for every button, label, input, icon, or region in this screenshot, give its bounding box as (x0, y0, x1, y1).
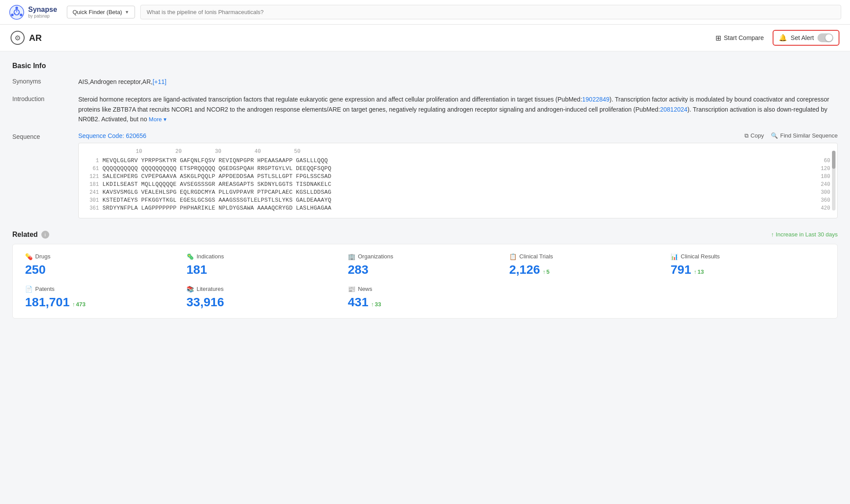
synonyms-text: AIS,Androgen receptor,AR, (78, 78, 153, 85)
increase-label: ↑ Increase in Last 30 days (771, 231, 838, 238)
news-increase: ↑ 33 (371, 301, 381, 308)
search-icon: 🔍 (771, 132, 778, 139)
clinical-results-increase: ↑ 13 (694, 268, 704, 275)
clinical-trials-icon: 📋 (509, 253, 517, 260)
seq-content-181: LKDILSEAST MQLLQQQQQE AVSEGSSSGR AREASGA… (102, 181, 813, 188)
related-title-area: Related i (12, 231, 49, 239)
arrow-up-icon-patents: ↑ (72, 301, 75, 308)
clinical-trials-count: 2,126 ↑ 5 (509, 263, 664, 277)
related-info-icon[interactable]: i (41, 231, 49, 239)
seq-end-301: 360 (813, 197, 830, 203)
page-title: AR (29, 33, 42, 43)
copy-button[interactable]: ⧉ Copy (744, 132, 764, 139)
related-item-clinical-trials[interactable]: 📋 Clinical Trials 2,126 ↑ 5 (509, 253, 664, 277)
related-item-patents[interactable]: 📄 Patents 181,701 ↑ 473 (25, 286, 179, 309)
related-item-clinical-results[interactable]: 📊 Clinical Results 791 ↑ 13 (671, 253, 825, 277)
quick-finder-label: Quick Finder (Beta) (73, 9, 122, 15)
start-compare-button[interactable]: ⊞ Start Compare (715, 34, 764, 42)
sequence-actions: ⧉ Copy 🔍 Find Similar Sequence (744, 132, 838, 139)
seq-end-361: 420 (813, 205, 830, 211)
copy-label: Copy (751, 132, 764, 139)
news-label: News (358, 286, 372, 292)
clinical-trials-increase: ↑ 5 (543, 268, 550, 275)
seq-row-241: 241 KAVSVSMGLG VEALEHLSPG EQLRGDCMYA PLL… (86, 189, 830, 196)
compare-icon: ⊞ (715, 34, 721, 42)
seq-row-1: 1 MEVQLGLGRV YPRPPSKTYR GAFQNLFQSV REVIQ… (86, 157, 830, 164)
sequence-code-link[interactable]: Sequence Code: 620656 (78, 132, 146, 139)
seq-end-121: 180 (813, 174, 830, 180)
synonyms-label: Synonyms (12, 77, 69, 87)
related-item-organizations[interactable]: 🏢 Organizations 283 (348, 253, 502, 277)
seq-end-241: 300 (813, 189, 830, 196)
ruler-30: 30 (198, 149, 238, 155)
find-similar-label: Find Similar Sequence (780, 132, 838, 139)
toggle-knob (825, 34, 832, 41)
introduction-row: Introduction Steroid hormone receptors a… (12, 94, 838, 124)
drugs-label: Drugs (35, 253, 51, 260)
drugs-count: 250 (25, 263, 179, 277)
sequence-ruler: 10 20 30 40 50 (102, 149, 830, 155)
patents-label: Patents (35, 286, 55, 292)
ruler-10: 10 (119, 149, 159, 155)
pubmed1-link[interactable]: 19022849 (582, 96, 609, 103)
seq-start-241: 241 (86, 189, 102, 196)
navbar: Synapse by patsnap Quick Finder (Beta) ▼ (0, 0, 850, 25)
literatures-icon: 📚 (186, 286, 194, 293)
sequence-row: Sequence Sequence Code: 620656 ⧉ Copy 🔍 … (12, 132, 838, 218)
seq-row-121: 121 SALECHPERG CVPEPGAAVA ASKGLPQQLP APP… (86, 173, 830, 180)
seq-row-301: 301 KSTEDTAEYS PFKGGYTKGL EGESLGCSGS AAA… (86, 197, 830, 203)
seq-row-61: 61 QQQQQQQQQQ QQQQQQQQQQ ETSPRQQQQQ QGED… (86, 165, 830, 172)
literatures-label: Literatures (197, 286, 223, 292)
patents-increase: ↑ 473 (72, 301, 85, 308)
arrow-up-icon-trials: ↑ (543, 268, 546, 275)
news-icon: 📰 (348, 286, 355, 293)
synonyms-more-link[interactable]: [+11] (153, 78, 167, 85)
pubmed2-link[interactable]: 20812024 (660, 106, 687, 113)
start-compare-label: Start Compare (724, 34, 764, 41)
copy-icon: ⧉ (744, 132, 748, 139)
synapse-logo-icon (9, 4, 25, 20)
related-item-indications[interactable]: 🦠 Indications 181 (186, 253, 341, 277)
search-input[interactable] (140, 5, 841, 19)
set-alert-toggle[interactable] (817, 33, 833, 42)
seq-start-121: 121 (86, 174, 102, 180)
main-content: Basic Info Synonyms AIS,Androgen recepto… (0, 51, 850, 504)
find-similar-button[interactable]: 🔍 Find Similar Sequence (771, 132, 838, 139)
seq-content-361: SRDYYNFPLA LAGPPPPPPP PHPHARIKLE NPLDYGS… (102, 205, 813, 211)
clinical-results-count: 791 ↑ 13 (671, 263, 825, 277)
chevron-down-icon: ▼ (125, 10, 129, 15)
related-item-drugs[interactable]: 💊 Drugs 250 (25, 253, 179, 277)
page-header-right: ⊞ Start Compare 🔔 Set Alert (715, 30, 839, 46)
sequence-label: Sequence (12, 132, 69, 140)
indications-icon: 🦠 (186, 253, 194, 260)
quick-finder-button[interactable]: Quick Finder (Beta) ▼ (67, 6, 135, 18)
news-count: 431 ↑ 33 (348, 295, 502, 309)
more-link[interactable]: More ▾ (149, 116, 166, 123)
related-item-literatures[interactable]: 📚 Literatures 33,916 (186, 286, 341, 309)
seq-start-61: 61 (86, 166, 102, 172)
seq-start-361: 361 (86, 205, 102, 211)
seq-start-1: 1 (86, 158, 102, 164)
set-alert-area: 🔔 Set Alert (773, 30, 839, 46)
seq-row-181: 181 LKDILSEAST MQLLQQQQQE AVSEGSSSGR ARE… (86, 181, 830, 188)
set-alert-label: Set Alert (791, 34, 814, 41)
clinical-results-icon: 📊 (671, 253, 678, 260)
logo-title: Synapse (28, 6, 57, 14)
logo-subtitle: by patsnap (28, 14, 57, 18)
sequence-scrollbar[interactable] (832, 151, 835, 210)
clinical-trials-label: Clinical Trials (519, 253, 553, 260)
related-item-news[interactable]: 📰 News 431 ↑ 33 (348, 286, 502, 309)
ruler-20: 20 (159, 149, 198, 155)
svg-point-2 (15, 7, 18, 9)
related-card: 💊 Drugs 250 🦠 Indications 181 🏢 Organiza… (12, 244, 838, 319)
organizations-label: Organizations (358, 253, 393, 260)
patents-icon: 📄 (25, 286, 33, 293)
svg-point-4 (11, 14, 14, 16)
seq-content-121: SALECHPERG CVPEPGAAVA ASKGLPQQLP APPDEDD… (102, 173, 813, 180)
increase-text: Increase in Last 30 days (776, 231, 838, 238)
indications-count: 181 (186, 263, 341, 277)
ruler-50: 50 (277, 149, 317, 155)
scrollbar-thumb (832, 151, 835, 169)
patents-count: 181,701 ↑ 473 (25, 295, 179, 309)
related-title: Related (12, 231, 38, 239)
